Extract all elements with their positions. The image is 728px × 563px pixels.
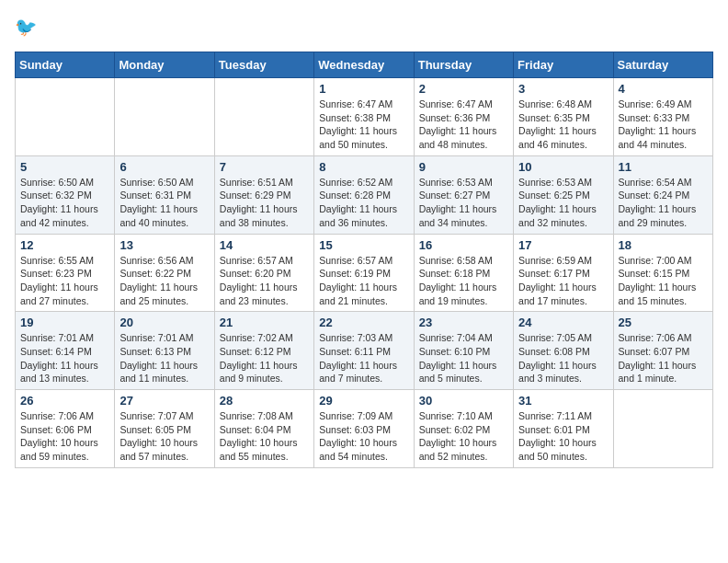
- day-info: Sunrise: 6:57 AM Sunset: 6:19 PM Dayligh…: [319, 254, 408, 308]
- day-number: 2: [419, 82, 508, 96]
- day-info: Sunrise: 6:59 AM Sunset: 6:17 PM Dayligh…: [518, 254, 608, 308]
- calendar-week-5: 26Sunrise: 7:06 AM Sunset: 6:06 PM Dayli…: [16, 390, 713, 468]
- svg-text:🐦: 🐦: [15, 16, 38, 38]
- day-number: 28: [220, 394, 309, 408]
- day-number: 9: [419, 160, 508, 174]
- day-number: 17: [518, 238, 608, 252]
- day-number: 21: [220, 316, 309, 329]
- calendar-cell: 25Sunrise: 7:06 AM Sunset: 6:07 PM Dayli…: [613, 312, 712, 390]
- calendar-cell: [214, 78, 313, 156]
- day-number: 22: [319, 316, 408, 329]
- day-number: 18: [619, 238, 708, 252]
- day-info: Sunrise: 7:01 AM Sunset: 6:13 PM Dayligh…: [119, 331, 209, 385]
- calendar-cell: 31Sunrise: 7:11 AM Sunset: 6:01 PM Dayli…: [514, 390, 613, 468]
- calendar-cell: 30Sunrise: 7:10 AM Sunset: 6:02 PM Dayli…: [414, 390, 513, 468]
- calendar-header-row: SundayMondayTuesdayWednesdayThursdayFrid…: [16, 52, 713, 78]
- calendar-cell: 19Sunrise: 7:01 AM Sunset: 6:14 PM Dayli…: [16, 312, 115, 390]
- day-info: Sunrise: 6:52 AM Sunset: 6:28 PM Dayligh…: [319, 176, 408, 230]
- calendar-table: SundayMondayTuesdayWednesdayThursdayFrid…: [15, 52, 713, 468]
- day-info: Sunrise: 6:56 AM Sunset: 6:22 PM Dayligh…: [119, 254, 209, 308]
- day-info: Sunrise: 6:47 AM Sunset: 6:36 PM Dayligh…: [419, 98, 508, 152]
- day-info: Sunrise: 6:51 AM Sunset: 6:29 PM Dayligh…: [220, 176, 309, 230]
- calendar-cell: [115, 78, 214, 156]
- weekday-header-monday: Monday: [115, 52, 214, 78]
- calendar-cell: 13Sunrise: 6:56 AM Sunset: 6:22 PM Dayli…: [115, 234, 214, 312]
- day-number: 6: [119, 160, 209, 174]
- day-number: 29: [319, 394, 408, 408]
- day-info: Sunrise: 6:50 AM Sunset: 6:32 PM Dayligh…: [20, 176, 109, 230]
- day-info: Sunrise: 6:53 AM Sunset: 6:27 PM Dayligh…: [419, 176, 508, 230]
- day-number: 13: [119, 238, 209, 252]
- calendar-cell: 14Sunrise: 6:57 AM Sunset: 6:20 PM Dayli…: [214, 234, 313, 312]
- day-info: Sunrise: 6:47 AM Sunset: 6:38 PM Dayligh…: [319, 98, 408, 152]
- calendar-cell: 27Sunrise: 7:07 AM Sunset: 6:05 PM Dayli…: [115, 390, 214, 468]
- page-header: 🐦: [15, 15, 713, 40]
- day-number: 3: [518, 82, 608, 96]
- calendar-cell: 2Sunrise: 6:47 AM Sunset: 6:36 PM Daylig…: [414, 78, 513, 156]
- logo: 🐦: [15, 15, 44, 40]
- day-info: Sunrise: 7:03 AM Sunset: 6:11 PM Dayligh…: [319, 331, 408, 385]
- day-info: Sunrise: 6:53 AM Sunset: 6:25 PM Dayligh…: [518, 176, 608, 230]
- calendar-cell: 12Sunrise: 6:55 AM Sunset: 6:23 PM Dayli…: [16, 234, 115, 312]
- day-number: 25: [619, 316, 708, 329]
- calendar-cell: 10Sunrise: 6:53 AM Sunset: 6:25 PM Dayli…: [514, 155, 613, 234]
- day-info: Sunrise: 6:54 AM Sunset: 6:24 PM Dayligh…: [619, 176, 708, 230]
- day-number: 12: [20, 238, 109, 252]
- day-info: Sunrise: 6:58 AM Sunset: 6:18 PM Dayligh…: [419, 254, 508, 308]
- day-number: 11: [619, 160, 708, 174]
- calendar-week-3: 12Sunrise: 6:55 AM Sunset: 6:23 PM Dayli…: [16, 234, 713, 312]
- day-info: Sunrise: 7:07 AM Sunset: 6:05 PM Dayligh…: [119, 409, 209, 464]
- calendar-cell: 18Sunrise: 7:00 AM Sunset: 6:15 PM Dayli…: [613, 234, 712, 312]
- calendar-week-4: 19Sunrise: 7:01 AM Sunset: 6:14 PM Dayli…: [16, 312, 713, 390]
- day-number: 27: [119, 394, 209, 408]
- day-info: Sunrise: 7:04 AM Sunset: 6:10 PM Dayligh…: [419, 331, 508, 385]
- calendar-cell: [16, 78, 115, 156]
- day-number: 15: [319, 238, 408, 252]
- calendar-cell: 29Sunrise: 7:09 AM Sunset: 6:03 PM Dayli…: [314, 390, 414, 468]
- calendar-cell: 22Sunrise: 7:03 AM Sunset: 6:11 PM Dayli…: [314, 312, 414, 390]
- calendar-cell: [613, 390, 712, 468]
- day-number: 19: [20, 316, 109, 329]
- day-number: 10: [518, 160, 608, 174]
- day-number: 30: [419, 394, 508, 408]
- weekday-header-friday: Friday: [514, 52, 613, 78]
- calendar-cell: 26Sunrise: 7:06 AM Sunset: 6:06 PM Dayli…: [16, 390, 115, 468]
- day-info: Sunrise: 6:50 AM Sunset: 6:31 PM Dayligh…: [119, 176, 209, 230]
- day-number: 26: [20, 394, 109, 408]
- weekday-header-saturday: Saturday: [613, 52, 712, 78]
- day-info: Sunrise: 7:06 AM Sunset: 6:07 PM Dayligh…: [619, 331, 708, 385]
- day-number: 7: [220, 160, 309, 174]
- day-info: Sunrise: 7:10 AM Sunset: 6:02 PM Dayligh…: [419, 409, 508, 464]
- calendar-week-1: 1Sunrise: 6:47 AM Sunset: 6:38 PM Daylig…: [16, 78, 713, 156]
- calendar-cell: 5Sunrise: 6:50 AM Sunset: 6:32 PM Daylig…: [16, 155, 115, 234]
- calendar-cell: 11Sunrise: 6:54 AM Sunset: 6:24 PM Dayli…: [613, 155, 712, 234]
- day-info: Sunrise: 7:11 AM Sunset: 6:01 PM Dayligh…: [518, 409, 608, 464]
- weekday-header-wednesday: Wednesday: [314, 52, 414, 78]
- day-info: Sunrise: 7:08 AM Sunset: 6:04 PM Dayligh…: [220, 409, 309, 464]
- day-number: 23: [419, 316, 508, 329]
- day-info: Sunrise: 7:05 AM Sunset: 6:08 PM Dayligh…: [518, 331, 608, 385]
- day-number: 31: [518, 394, 608, 408]
- day-number: 1: [319, 82, 408, 96]
- day-info: Sunrise: 6:57 AM Sunset: 6:20 PM Dayligh…: [220, 254, 309, 308]
- day-info: Sunrise: 7:00 AM Sunset: 6:15 PM Dayligh…: [619, 254, 708, 308]
- calendar-cell: 8Sunrise: 6:52 AM Sunset: 6:28 PM Daylig…: [314, 155, 414, 234]
- calendar-cell: 3Sunrise: 6:48 AM Sunset: 6:35 PM Daylig…: [514, 78, 613, 156]
- calendar-cell: 17Sunrise: 6:59 AM Sunset: 6:17 PM Dayli…: [514, 234, 613, 312]
- day-number: 16: [419, 238, 508, 252]
- day-number: 14: [220, 238, 309, 252]
- day-info: Sunrise: 7:09 AM Sunset: 6:03 PM Dayligh…: [319, 409, 408, 464]
- calendar-cell: 16Sunrise: 6:58 AM Sunset: 6:18 PM Dayli…: [414, 234, 513, 312]
- calendar-cell: 9Sunrise: 6:53 AM Sunset: 6:27 PM Daylig…: [414, 155, 513, 234]
- day-info: Sunrise: 6:48 AM Sunset: 6:35 PM Dayligh…: [518, 98, 608, 152]
- day-info: Sunrise: 7:06 AM Sunset: 6:06 PM Dayligh…: [20, 409, 109, 464]
- calendar-week-2: 5Sunrise: 6:50 AM Sunset: 6:32 PM Daylig…: [16, 155, 713, 234]
- day-number: 20: [119, 316, 209, 329]
- logo-bird-icon: 🐦: [15, 15, 40, 40]
- day-number: 24: [518, 316, 608, 329]
- calendar-cell: 23Sunrise: 7:04 AM Sunset: 6:10 PM Dayli…: [414, 312, 513, 390]
- day-number: 4: [619, 82, 708, 96]
- calendar-cell: 24Sunrise: 7:05 AM Sunset: 6:08 PM Dayli…: [514, 312, 613, 390]
- calendar-cell: 20Sunrise: 7:01 AM Sunset: 6:13 PM Dayli…: [115, 312, 214, 390]
- calendar-cell: 21Sunrise: 7:02 AM Sunset: 6:12 PM Dayli…: [214, 312, 313, 390]
